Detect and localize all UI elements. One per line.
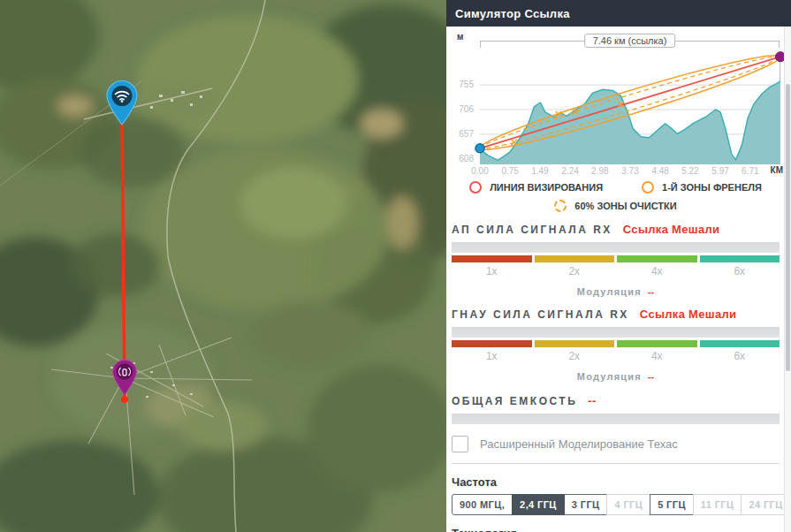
scale-label: 1x [452, 350, 532, 362]
x-tick: 0.75 [495, 166, 525, 176]
x-tick: 3.73 [615, 166, 645, 176]
map-canvas[interactable] [0, 0, 446, 532]
scale-segment [535, 340, 615, 347]
y-tick: 755 [459, 80, 474, 89]
ap-signal-title: АП СИЛА СИГНАЛА RX [452, 224, 612, 236]
y-tick: 657 [459, 129, 474, 139]
station-marker[interactable] [110, 360, 140, 400]
x-tick: 5.97 [705, 166, 735, 176]
legend-label: 1-Й ЗОНЫ ФРЕНЕЛЯ [662, 182, 762, 193]
frequency-option[interactable]: 900 МГЦ, [452, 494, 513, 515]
frequency-option[interactable]: 5 ГГЦ [650, 494, 694, 515]
legend-label: ЛИНИЯ ВИЗИРОВАНИЯ [490, 182, 603, 193]
y-tick: 608 [459, 154, 474, 163]
capacity-value: -- [588, 394, 596, 407]
legend-ring-icon [554, 200, 567, 212]
divider [452, 463, 780, 464]
legend-ring-icon [642, 181, 654, 194]
scale-segment [617, 255, 697, 262]
ap-signal-meter [452, 242, 780, 253]
terrain-profile-plot [480, 48, 780, 164]
scrollbar-thumb[interactable] [786, 84, 790, 371]
y-axis-unit: м [457, 32, 463, 42]
scale-label: 2x [535, 350, 615, 362]
capacity-section: ОБЩАЯ ЕМКОСТЬ -- [452, 394, 780, 424]
link-distance-label: 7.46 км (ссылка) [584, 34, 676, 48]
distance-bracket: 7.46 км (ссылка) [480, 41, 780, 42]
modulation-value: -- [648, 286, 654, 297]
x-tick: 4.48 [645, 166, 675, 176]
scale-label: 6x [700, 265, 780, 277]
scale-cell: 2x [535, 255, 615, 277]
station-modulation-scale: 1x 2x 4x 6x [452, 340, 780, 362]
ap-modulation-row: Модуляция -- [452, 286, 780, 297]
legend-label: 60% ЗОНЫ ОЧИСТКИ [574, 201, 676, 211]
app-root: Симулятор Ссылка м 7.46 км (ссылка) 6086… [0, 0, 791, 532]
scale-segment [617, 340, 697, 347]
scale-segment [452, 340, 532, 347]
x-axis-ticks: 0.000.751.492.242.983.734.485.225.976.71 [452, 166, 780, 179]
scale-segment [700, 340, 780, 347]
advanced-modeling-row: Расширенный Моделирование Техас [452, 436, 780, 452]
scale-cell: 1x [452, 340, 532, 362]
frequency-label: Частота [452, 475, 780, 489]
satellite-terrain [0, 0, 446, 532]
panel-title: Симулятор Ссылка [446, 7, 570, 20]
station-signal-meter [452, 327, 780, 338]
station-signal-title: ГНАУ СИЛА СИГНАЛА RX [452, 308, 629, 321]
ap-marker[interactable] [103, 80, 141, 130]
advanced-modeling-checkbox[interactable] [452, 436, 468, 452]
technology-label: Технология [452, 527, 780, 532]
panel-scrollbar[interactable] [784, 27, 791, 532]
x-tick: 0.00 [465, 166, 495, 176]
capacity-meter [452, 414, 780, 424]
simulator-panel: Симулятор Ссылка м 7.46 км (ссылка) 6086… [446, 0, 791, 532]
scale-cell: 6x [700, 255, 780, 277]
frequency-option[interactable]: 3 ГГЦ [564, 494, 608, 515]
x-tick: 2.24 [555, 166, 585, 176]
y-axis-ticks: 608657706755 [452, 48, 476, 164]
x-tick: 1.49 [525, 166, 555, 176]
scale-segment [535, 255, 615, 262]
elevation-chart: м 7.46 км (ссылка) 608657706755 0.000.75… [452, 30, 780, 177]
scale-label: 4x [617, 350, 697, 362]
scale-label: 2x [535, 265, 615, 277]
scale-cell: 4x [617, 255, 697, 277]
station-signal-status: Ссылка Мешали [640, 308, 736, 321]
legend-item: 60% ЗОНЫ ОЧИСТКИ [554, 200, 676, 212]
modulation-label: Модуляция [577, 286, 642, 297]
legend-item: ЛИНИЯ ВИЗИРОВАНИЯ [469, 181, 603, 194]
x-tick: 6.71 [735, 166, 765, 176]
modulation-value: -- [648, 371, 654, 382]
frequency-option[interactable]: 11 ГГЦ [693, 494, 742, 515]
x-tick: 2.98 [585, 166, 615, 176]
ap-signal-section: АП СИЛА СИГНАЛА RX Ссылка Мешали 1x 2x 4… [452, 223, 780, 297]
panel-header: Симулятор Ссылка [446, 0, 791, 27]
chart-legend: ЛИНИЯ ВИЗИРОВАНИЯ 1-Й ЗОНЫ ФРЕНЕЛЯ 60% З… [452, 181, 780, 212]
scale-label: 1x [452, 265, 532, 277]
legend-ring-icon [469, 181, 482, 194]
frequency-option[interactable]: 4 ГГЦ [606, 494, 650, 515]
x-tick: 5.22 [675, 166, 705, 176]
scale-segment [700, 255, 780, 262]
ap-signal-status: Ссылка Мешали [623, 223, 719, 236]
modulation-label: Модуляция [577, 371, 642, 382]
capacity-title: ОБЩАЯ ЕМКОСТЬ [452, 395, 577, 407]
legend-item: 1-Й ЗОНЫ ФРЕНЕЛЯ [642, 181, 762, 194]
scale-segment [452, 255, 532, 262]
scale-label: 4x [617, 265, 697, 277]
advanced-modeling-label: Расширенный Моделирование Техас [480, 437, 678, 451]
scale-cell: 6x [700, 340, 780, 362]
x-axis-unit: КМ [771, 165, 783, 175]
frequency-option[interactable]: 2,4 ГГЦ [512, 494, 565, 515]
y-tick: 706 [459, 104, 474, 114]
scale-cell: 2x [535, 340, 615, 362]
scale-cell: 1x [452, 255, 532, 277]
scale-label: 6x [700, 350, 780, 362]
frequency-button-group: 900 МГЦ,2,4 ГГЦ3 ГГЦ4 ГГЦ5 ГГЦ11 ГГЦ24 Г… [452, 494, 780, 515]
station-signal-section: ГНАУ СИЛА СИГНАЛА RX Ссылка Мешали 1x 2x… [452, 308, 780, 382]
ap-modulation-scale: 1x 2x 4x 6x [452, 255, 780, 277]
station-modulation-row: Модуляция -- [452, 371, 780, 382]
scale-cell: 4x [617, 340, 697, 362]
